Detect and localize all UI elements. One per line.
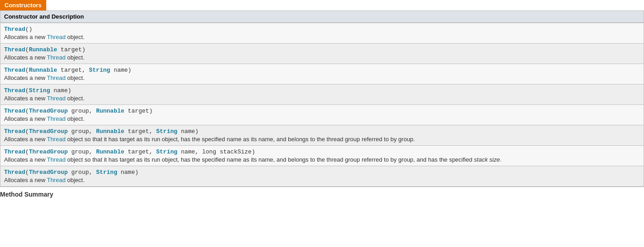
table-row: Thread(String name) Allocates a new Thre… bbox=[0, 84, 644, 105]
table-row: Thread(ThreadGroup group, Runnable targe… bbox=[0, 146, 644, 166]
constructors-table: Thread() Allocates a new Thread object. … bbox=[0, 23, 644, 187]
constructor-description: Allocates a new Thread object so that it… bbox=[4, 156, 640, 163]
constructor-signature[interactable]: Thread(Runnable target, String name) bbox=[4, 67, 640, 74]
table-row: Thread(Runnable target) Allocates a new … bbox=[0, 44, 644, 64]
constructor-signature[interactable]: Thread(Runnable target) bbox=[4, 46, 640, 53]
constructors-tab-button[interactable]: Constructors bbox=[0, 0, 46, 10]
constructor-signature[interactable]: Thread(ThreadGroup group, String name) bbox=[4, 169, 640, 176]
constructor-description: Allocates a new Thread object. bbox=[4, 115, 640, 122]
constructor-description: Allocates a new Thread object. bbox=[4, 177, 640, 183]
constructor-description: Allocates a new Thread object. bbox=[4, 54, 640, 61]
constructor-description: Allocates a new Thread object. bbox=[4, 34, 640, 40]
table-row: Thread(Runnable target, String name) All… bbox=[0, 64, 644, 84]
constructor-description: Allocates a new Thread object. bbox=[4, 74, 640, 81]
table-row: Thread() Allocates a new Thread object. bbox=[0, 23, 644, 44]
constructor-signature[interactable]: Thread(ThreadGroup group, Runnable targe… bbox=[4, 128, 640, 135]
constructor-signature[interactable]: Thread() bbox=[4, 26, 640, 33]
table-row: Thread(ThreadGroup group, String name) A… bbox=[0, 166, 644, 187]
constructors-tab-label: Constructors bbox=[5, 2, 42, 9]
constructor-description: Allocates a new Thread object. bbox=[4, 95, 640, 102]
method-summary-header: Method Summary bbox=[0, 187, 644, 200]
constructor-signature[interactable]: Thread(String name) bbox=[4, 87, 640, 94]
table-row: Thread(ThreadGroup group, Runnable targe… bbox=[0, 105, 644, 125]
constructor-description: Allocates a new Thread object so that it… bbox=[4, 136, 640, 143]
constructor-signature[interactable]: Thread(ThreadGroup group, Runnable targe… bbox=[4, 148, 640, 155]
section-header: Constructor and Description bbox=[0, 10, 644, 23]
constructor-signature[interactable]: Thread(ThreadGroup group, Runnable targe… bbox=[4, 108, 640, 114]
table-row: Thread(ThreadGroup group, Runnable targe… bbox=[0, 125, 644, 146]
